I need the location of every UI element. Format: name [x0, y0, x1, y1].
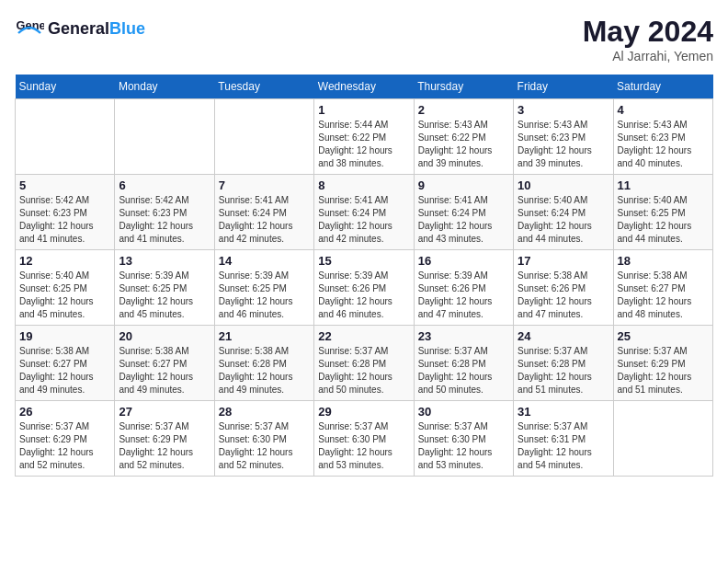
day-header-wednesday: Wednesday: [314, 75, 414, 99]
calendar-cell: 2Sunrise: 5:43 AMSunset: 6:22 PMDaylight…: [414, 99, 513, 175]
cell-sun-info: Sunrise: 5:37 AMSunset: 6:29 PMDaylight:…: [119, 420, 210, 472]
day-header-sunday: Sunday: [16, 75, 115, 99]
cell-day-number: 8: [318, 178, 409, 192]
calendar-cell: 1Sunrise: 5:44 AMSunset: 6:22 PMDaylight…: [314, 99, 414, 175]
cell-sun-info: Sunrise: 5:37 AMSunset: 6:31 PMDaylight:…: [518, 420, 609, 472]
day-header-tuesday: Tuesday: [214, 75, 313, 99]
cell-sun-info: Sunrise: 5:43 AMSunset: 6:22 PMDaylight:…: [418, 119, 509, 170]
calendar-table: SundayMondayTuesdayWednesdayThursdayFrid…: [15, 75, 713, 477]
cell-sun-info: Sunrise: 5:44 AMSunset: 6:22 PMDaylight:…: [318, 119, 409, 170]
cell-sun-info: Sunrise: 5:37 AMSunset: 6:30 PMDaylight:…: [318, 420, 409, 472]
cell-day-number: 4: [618, 103, 709, 117]
cell-sun-info: Sunrise: 5:38 AMSunset: 6:27 PMDaylight:…: [618, 270, 709, 321]
calendar-week-4: 19Sunrise: 5:38 AMSunset: 6:27 PMDayligh…: [16, 326, 713, 401]
cell-day-number: 6: [119, 178, 210, 192]
cell-day-number: 10: [518, 178, 609, 192]
cell-sun-info: Sunrise: 5:40 AMSunset: 6:25 PMDaylight:…: [19, 270, 110, 321]
day-header-thursday: Thursday: [414, 75, 513, 99]
cell-day-number: 25: [618, 329, 709, 343]
cell-day-number: 11: [618, 178, 709, 192]
day-header-friday: Friday: [514, 75, 613, 99]
cell-day-number: 16: [418, 254, 509, 268]
cell-sun-info: Sunrise: 5:38 AMSunset: 6:28 PMDaylight:…: [219, 345, 310, 396]
calendar-cell: 21Sunrise: 5:38 AMSunset: 6:28 PMDayligh…: [214, 326, 313, 401]
title-block: May 2024 Al Jarrahi, Yemen: [583, 15, 713, 63]
cell-sun-info: Sunrise: 5:39 AMSunset: 6:25 PMDaylight:…: [219, 270, 310, 321]
cell-sun-info: Sunrise: 5:42 AMSunset: 6:23 PMDaylight:…: [119, 194, 210, 246]
cell-day-number: 1: [318, 103, 409, 117]
page-header: General GeneralBlue May 2024 Al Jarrahi,…: [15, 15, 713, 63]
calendar-cell: [214, 99, 313, 175]
cell-day-number: 14: [219, 254, 310, 268]
logo-icon: General: [15, 15, 44, 44]
calendar-header-row: SundayMondayTuesdayWednesdayThursdayFrid…: [16, 75, 713, 99]
calendar-cell: 30Sunrise: 5:37 AMSunset: 6:30 PMDayligh…: [414, 401, 513, 477]
calendar-cell: 18Sunrise: 5:38 AMSunset: 6:27 PMDayligh…: [613, 250, 712, 326]
calendar-cell: 11Sunrise: 5:40 AMSunset: 6:25 PMDayligh…: [613, 175, 712, 250]
cell-day-number: 24: [518, 329, 609, 343]
cell-sun-info: Sunrise: 5:38 AMSunset: 6:26 PMDaylight:…: [518, 270, 609, 321]
logo-text: GeneralBlue: [48, 20, 145, 39]
cell-sun-info: Sunrise: 5:41 AMSunset: 6:24 PMDaylight:…: [219, 194, 310, 246]
calendar-cell: [16, 99, 115, 175]
cell-day-number: 21: [219, 329, 310, 343]
calendar-week-5: 26Sunrise: 5:37 AMSunset: 6:29 PMDayligh…: [16, 401, 713, 477]
cell-day-number: 30: [418, 405, 509, 419]
cell-sun-info: Sunrise: 5:37 AMSunset: 6:28 PMDaylight:…: [418, 345, 509, 396]
cell-sun-info: Sunrise: 5:39 AMSunset: 6:26 PMDaylight:…: [318, 270, 409, 321]
calendar-cell: 23Sunrise: 5:37 AMSunset: 6:28 PMDayligh…: [414, 326, 513, 401]
calendar-cell: 17Sunrise: 5:38 AMSunset: 6:26 PMDayligh…: [514, 250, 613, 326]
cell-sun-info: Sunrise: 5:41 AMSunset: 6:24 PMDaylight:…: [418, 194, 509, 246]
calendar-cell: 9Sunrise: 5:41 AMSunset: 6:24 PMDaylight…: [414, 175, 513, 250]
cell-sun-info: Sunrise: 5:37 AMSunset: 6:30 PMDaylight:…: [219, 420, 310, 472]
cell-sun-info: Sunrise: 5:38 AMSunset: 6:27 PMDaylight:…: [119, 345, 210, 396]
cell-day-number: 22: [318, 329, 409, 343]
calendar-cell: 3Sunrise: 5:43 AMSunset: 6:23 PMDaylight…: [514, 99, 613, 175]
day-header-saturday: Saturday: [613, 75, 712, 99]
cell-day-number: 13: [119, 254, 210, 268]
calendar-cell: 4Sunrise: 5:43 AMSunset: 6:23 PMDaylight…: [613, 99, 712, 175]
cell-sun-info: Sunrise: 5:43 AMSunset: 6:23 PMDaylight:…: [518, 119, 609, 170]
calendar-cell: 15Sunrise: 5:39 AMSunset: 6:26 PMDayligh…: [314, 250, 414, 326]
calendar-cell: 25Sunrise: 5:37 AMSunset: 6:29 PMDayligh…: [613, 326, 712, 401]
calendar-cell: 27Sunrise: 5:37 AMSunset: 6:29 PMDayligh…: [115, 401, 214, 477]
cell-day-number: 23: [418, 329, 509, 343]
calendar-cell: 12Sunrise: 5:40 AMSunset: 6:25 PMDayligh…: [16, 250, 115, 326]
cell-day-number: 29: [318, 405, 409, 419]
cell-sun-info: Sunrise: 5:37 AMSunset: 6:29 PMDaylight:…: [618, 345, 709, 396]
cell-sun-info: Sunrise: 5:43 AMSunset: 6:23 PMDaylight:…: [618, 119, 709, 170]
cell-day-number: 31: [518, 405, 609, 419]
calendar-cell: 24Sunrise: 5:37 AMSunset: 6:28 PMDayligh…: [514, 326, 613, 401]
calendar-cell: 5Sunrise: 5:42 AMSunset: 6:23 PMDaylight…: [16, 175, 115, 250]
cell-sun-info: Sunrise: 5:42 AMSunset: 6:23 PMDaylight:…: [19, 194, 110, 246]
calendar-cell: 29Sunrise: 5:37 AMSunset: 6:30 PMDayligh…: [314, 401, 414, 477]
calendar-cell: 22Sunrise: 5:37 AMSunset: 6:28 PMDayligh…: [314, 326, 414, 401]
cell-sun-info: Sunrise: 5:40 AMSunset: 6:24 PMDaylight:…: [518, 194, 609, 246]
cell-sun-info: Sunrise: 5:39 AMSunset: 6:25 PMDaylight:…: [119, 270, 210, 321]
calendar-week-2: 5Sunrise: 5:42 AMSunset: 6:23 PMDaylight…: [16, 175, 713, 250]
cell-day-number: 17: [518, 254, 609, 268]
calendar-cell: 19Sunrise: 5:38 AMSunset: 6:27 PMDayligh…: [16, 326, 115, 401]
cell-day-number: 26: [19, 405, 110, 419]
cell-sun-info: Sunrise: 5:38 AMSunset: 6:27 PMDaylight:…: [19, 345, 110, 396]
cell-day-number: 15: [318, 254, 409, 268]
calendar-title: May 2024: [583, 15, 713, 49]
cell-day-number: 19: [19, 329, 110, 343]
logo: General GeneralBlue: [15, 15, 145, 44]
cell-day-number: 5: [19, 178, 110, 192]
cell-sun-info: Sunrise: 5:37 AMSunset: 6:28 PMDaylight:…: [318, 345, 409, 396]
calendar-cell: 7Sunrise: 5:41 AMSunset: 6:24 PMDaylight…: [214, 175, 313, 250]
calendar-cell: 13Sunrise: 5:39 AMSunset: 6:25 PMDayligh…: [115, 250, 214, 326]
calendar-cell: 31Sunrise: 5:37 AMSunset: 6:31 PMDayligh…: [514, 401, 613, 477]
cell-day-number: 3: [518, 103, 609, 117]
cell-sun-info: Sunrise: 5:41 AMSunset: 6:24 PMDaylight:…: [318, 194, 409, 246]
cell-sun-info: Sunrise: 5:39 AMSunset: 6:26 PMDaylight:…: [418, 270, 509, 321]
calendar-cell: 14Sunrise: 5:39 AMSunset: 6:25 PMDayligh…: [214, 250, 313, 326]
cell-day-number: 2: [418, 103, 509, 117]
calendar-cell: 26Sunrise: 5:37 AMSunset: 6:29 PMDayligh…: [16, 401, 115, 477]
calendar-cell: 16Sunrise: 5:39 AMSunset: 6:26 PMDayligh…: [414, 250, 513, 326]
calendar-cell: 20Sunrise: 5:38 AMSunset: 6:27 PMDayligh…: [115, 326, 214, 401]
cell-day-number: 9: [418, 178, 509, 192]
calendar-location: Al Jarrahi, Yemen: [583, 49, 713, 63]
cell-sun-info: Sunrise: 5:37 AMSunset: 6:30 PMDaylight:…: [418, 420, 509, 472]
